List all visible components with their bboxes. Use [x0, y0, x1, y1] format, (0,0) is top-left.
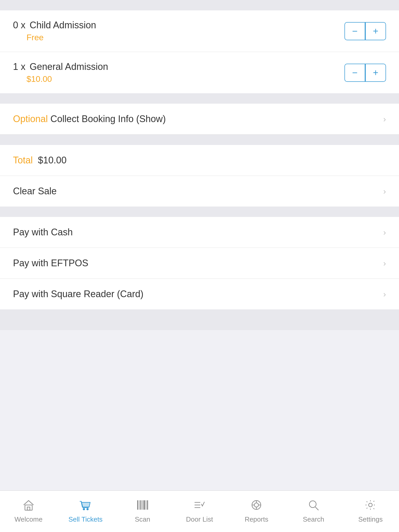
search-icon: [308, 499, 320, 513]
ticket-name-child: Child Admission: [30, 20, 96, 31]
decrease-general-btn[interactable]: −: [344, 64, 365, 82]
ticket-row-child: 0 x Child Admission Free − +: [0, 10, 399, 52]
increase-child-btn[interactable]: +: [365, 22, 386, 40]
total-section: Total $10.00 Clear Sale ›: [0, 145, 399, 207]
svg-rect-11: [143, 500, 145, 510]
main-content: 0 x Child Admission Free − + 1 x General…: [0, 0, 399, 490]
svg-point-5: [83, 508, 85, 510]
svg-point-23: [309, 501, 316, 508]
tab-sell-tickets[interactable]: Sell Tickets: [57, 499, 114, 523]
pay-cash-label: Pay with Cash: [13, 227, 73, 238]
ticket-info-general: 1 x General Admission $10.00: [13, 61, 108, 84]
sell-tickets-icon: [79, 499, 92, 513]
pay-square-row[interactable]: Pay with Square Reader (Card) ›: [0, 279, 399, 309]
optional-booking-row[interactable]: Optional Collect Booking Info (Show) ›: [0, 104, 399, 135]
scan-icon: [137, 499, 149, 513]
ticket-qty-general: 1 x: [13, 61, 25, 72]
settings-icon: [364, 499, 376, 513]
total-label: Total: [13, 155, 33, 166]
chevron-cash-icon: ›: [383, 228, 386, 237]
svg-rect-12: [146, 500, 146, 510]
clear-sale-row[interactable]: Clear Sale ›: [0, 176, 399, 207]
pay-eftpos-label: Pay with EFTPOS: [13, 258, 88, 269]
svg-point-25: [369, 503, 372, 507]
tab-bar: Welcome Sell Tickets S: [0, 490, 399, 532]
total-amount: $10.00: [38, 155, 66, 166]
tab-reports-label: Reports: [245, 515, 268, 523]
spacer-3: [0, 207, 399, 217]
ticket-name-general: General Admission: [30, 61, 108, 72]
tab-scan-label: Scan: [135, 515, 150, 523]
tab-welcome[interactable]: Welcome: [0, 499, 57, 523]
increase-general-btn[interactable]: +: [365, 64, 386, 82]
tab-sell-tickets-label: Sell Tickets: [68, 515, 103, 523]
ticket-row-general: 1 x General Admission $10.00 − +: [0, 52, 399, 93]
tab-settings[interactable]: Settings: [342, 499, 399, 523]
svg-rect-13: [147, 500, 148, 510]
svg-point-6: [87, 508, 88, 510]
svg-rect-3: [25, 505, 32, 510]
svg-point-18: [254, 503, 258, 507]
ticket-price-general: $10.00: [26, 74, 108, 84]
tab-search-label: Search: [303, 515, 324, 523]
svg-rect-7: [137, 500, 138, 510]
chevron-square-icon: ›: [383, 289, 386, 299]
decrease-child-btn[interactable]: −: [344, 22, 365, 40]
spacer-bottom: [0, 309, 399, 330]
svg-rect-9: [140, 500, 141, 510]
ticket-price-child: Free: [26, 33, 96, 42]
spacer-1: [0, 93, 399, 104]
svg-rect-10: [142, 500, 143, 510]
stepper-child: − +: [344, 22, 386, 40]
spacer-2: [0, 135, 399, 145]
payment-section: Pay with Cash › Pay with EFTPOS › Pay wi…: [0, 217, 399, 309]
spacer-top: [0, 0, 399, 10]
pay-square-label: Pay with Square Reader (Card): [13, 289, 143, 300]
pay-cash-row[interactable]: Pay with Cash ›: [0, 217, 399, 248]
ticket-info-child: 0 x Child Admission Free: [13, 20, 96, 42]
ticket-qty-child: 0 x: [13, 20, 25, 31]
tab-reports[interactable]: Reports: [228, 499, 285, 523]
tickets-section: 0 x Child Admission Free − + 1 x General…: [0, 10, 399, 93]
svg-rect-4: [27, 507, 30, 510]
tab-scan[interactable]: Scan: [114, 499, 171, 523]
tab-search[interactable]: Search: [285, 499, 342, 523]
stepper-general: − +: [344, 64, 386, 82]
door-list-icon: [194, 499, 205, 513]
optional-booking-label: Optional Collect Booking Info (Show): [13, 114, 166, 124]
chevron-booking-icon: ›: [383, 114, 386, 124]
tab-settings-label: Settings: [358, 515, 383, 523]
tab-door-list-label: Door List: [186, 515, 213, 523]
tab-welcome-label: Welcome: [15, 515, 43, 523]
chevron-eftpos-icon: ›: [383, 258, 386, 268]
chevron-clear-icon: ›: [383, 187, 386, 196]
total-row: Total $10.00: [0, 145, 399, 176]
tab-door-list[interactable]: Door List: [171, 499, 228, 523]
reports-icon: [250, 499, 262, 513]
svg-rect-8: [139, 500, 139, 510]
svg-line-24: [315, 507, 318, 510]
pay-eftpos-row[interactable]: Pay with EFTPOS ›: [0, 248, 399, 279]
welcome-icon: [23, 499, 35, 513]
clear-sale-label: Clear Sale: [13, 186, 57, 197]
